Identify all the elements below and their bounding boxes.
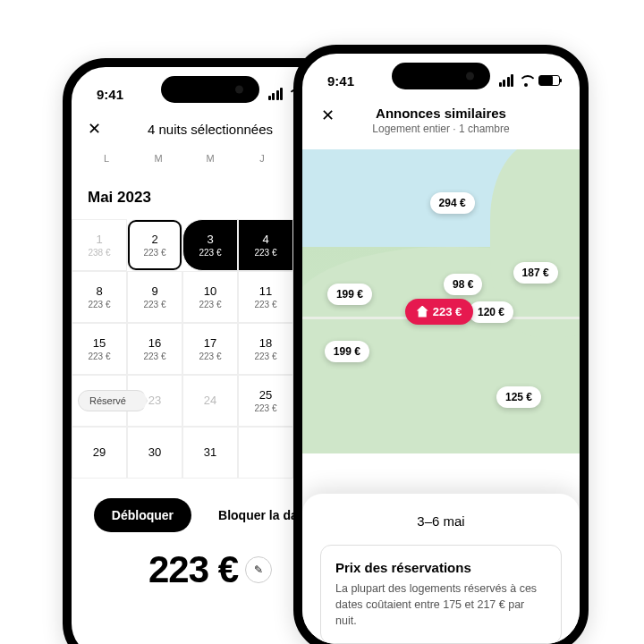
map[interactable]: 294 €199 €98 €187 €120 €199 €125 € 223 €	[302, 149, 580, 453]
edit-price-icon[interactable]: ✎	[245, 556, 272, 583]
map-pin[interactable]: 199 €	[327, 284, 372, 305]
calendar-cell[interactable]	[238, 427, 293, 479]
calendar-cell[interactable]: 29	[72, 427, 127, 479]
calendar-cell[interactable]: 4223 €	[238, 219, 293, 271]
notch	[161, 76, 259, 103]
calendar-cell[interactable]: 8223 €	[72, 271, 127, 323]
map-header: ✕ Annonces similaires Logement entier · …	[302, 95, 580, 144]
map-subtitle: Logement entier · 1 chambre	[318, 123, 564, 135]
map-pin-current[interactable]: 223 €	[405, 299, 474, 325]
close-icon[interactable]: ✕	[318, 106, 336, 125]
battery-icon	[538, 75, 560, 86]
status-time: 9:41	[97, 87, 123, 102]
calendar-cell[interactable]: 9223 €	[127, 271, 182, 323]
calendar-cell[interactable]: 24	[182, 375, 238, 427]
map-pin[interactable]: 187 €	[513, 262, 558, 284]
map-pin[interactable]: 294 €	[430, 192, 475, 214]
wifi-icon	[519, 75, 533, 86]
phone-map: 9:41 ✕ Annonces similaires Logement enti…	[293, 45, 589, 644]
calendar-cell[interactable]: 17223 €	[182, 323, 238, 375]
calendar-cell[interactable]: 31	[182, 427, 238, 479]
calendar-cell[interactable]: 18223 €	[238, 323, 293, 375]
bottom-sheet[interactable]: 3–6 mai Prix des réservations La plupart…	[302, 494, 580, 644]
map-pin[interactable]: 98 €	[444, 274, 482, 295]
map-title: Annonces similaires	[318, 106, 564, 121]
notch	[392, 63, 490, 89]
signal-icon	[499, 74, 514, 87]
close-icon[interactable]: ✕	[88, 119, 106, 139]
calendar-cell[interactable]: 2223 €	[127, 219, 182, 271]
calendar-cell[interactable]: 16223 €	[127, 323, 182, 375]
signal-icon	[268, 88, 284, 100]
big-price: 223 €	[148, 548, 238, 591]
reserved-pill[interactable]: Réservé	[78, 390, 148, 411]
calendar-cell[interactable]: 11223 €	[238, 271, 293, 323]
unblock-button[interactable]: Débloquer	[94, 498, 191, 532]
info-title: Prix des réservations	[335, 560, 547, 575]
map-pin[interactable]: 125 €	[496, 386, 541, 408]
calendar-cell[interactable]: 3223 €	[182, 219, 238, 271]
calendar-cell[interactable]: 25223 €	[238, 375, 293, 427]
calendar-cell[interactable]: 30	[127, 427, 182, 479]
calendar-cell[interactable]: 10223 €	[182, 271, 238, 323]
calendar-cell[interactable]: 22Réservé	[72, 375, 127, 427]
home-icon	[417, 306, 428, 318]
info-card: Prix des réservations La plupart des log…	[320, 545, 562, 644]
status-time: 9:41	[327, 73, 354, 89]
info-body: La plupart des logements réservés à ces …	[335, 580, 547, 629]
map-pin[interactable]: 120 €	[469, 301, 513, 323]
calendar-cell[interactable]: 15223 €	[72, 323, 127, 375]
calendar-cell[interactable]: 1238 €	[72, 219, 127, 271]
sheet-date: 3–6 mai	[320, 513, 562, 529]
map-pin[interactable]: 199 €	[325, 341, 369, 362]
